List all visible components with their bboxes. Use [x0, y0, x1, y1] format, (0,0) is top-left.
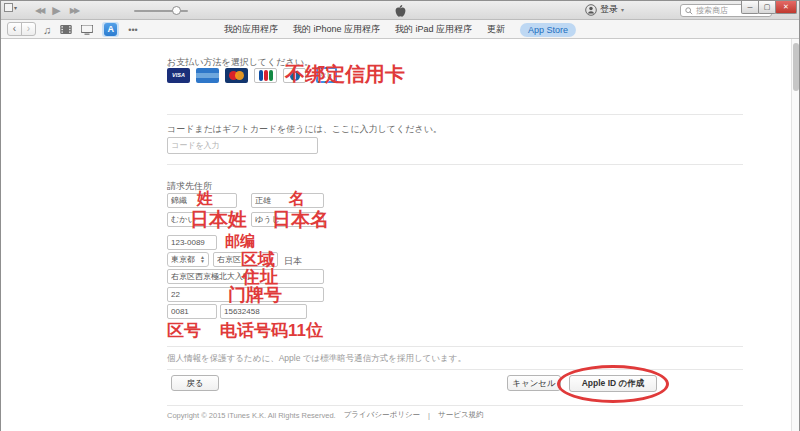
mastercard-icon[interactable] — [225, 68, 248, 83]
music-icon[interactable]: ♫ — [43, 24, 51, 36]
annotation-phone: 电话号码11位 — [220, 319, 323, 342]
volume-slider[interactable] — [134, 1, 188, 20]
divider — [167, 405, 743, 406]
search-placeholder: 搜索商店 — [696, 5, 728, 16]
divider — [167, 114, 743, 115]
last-name-input[interactable] — [167, 193, 237, 208]
payment-none-option[interactable]: なし — [316, 67, 337, 83]
footer: Copyright © 2015 iTunes K.K. All Rights … — [167, 410, 484, 420]
divider — [167, 369, 743, 370]
prefecture-select[interactable]: 東京都 — [167, 252, 209, 267]
phone-number-input[interactable] — [220, 304, 307, 319]
annotation-area-code: 区号 — [167, 319, 201, 342]
next-button[interactable]: ▶▶ — [70, 6, 78, 15]
scrollbar[interactable] — [791, 39, 799, 431]
tab-my-ipad-apps[interactable]: 我的 iPad 应用程序 — [395, 23, 472, 36]
cancel-button[interactable]: キャンセル — [507, 375, 561, 391]
amex-card-icon[interactable] — [196, 68, 219, 83]
tab-my-iphone-apps[interactable]: 我的 iPhone 应用程序 — [293, 23, 380, 36]
terms-link[interactable]: サービス規約 — [438, 410, 484, 420]
window-controls: ─ ▢ ✕ — [742, 1, 797, 14]
billing-address-title: 請求先住所 — [167, 180, 212, 193]
payment-options: VISA なし — [167, 67, 337, 83]
apps-icon: A — [104, 23, 117, 36]
divider — [167, 346, 743, 347]
volume-knob[interactable] — [172, 6, 181, 15]
titlebar: ▾ ◀◀ ▶ ▶▶ 登录 ▾ 搜索商店 ─ ▢ ✕ — [1, 1, 799, 20]
login-button[interactable]: 登录 ▾ — [585, 3, 624, 16]
jcb-card-icon[interactable] — [254, 68, 277, 83]
store-tabs: 我的应用程序 我的 iPhone 应用程序 我的 iPad 应用程序 更新 Ap… — [224, 20, 576, 39]
chevron-down-icon: ▾ — [621, 6, 624, 13]
more-icon[interactable]: ••• — [128, 25, 137, 35]
copyright-text: Copyright © 2015 iTunes K.K. All Rights … — [167, 411, 336, 420]
apps-section-active[interactable]: A — [102, 22, 119, 37]
house-number-input[interactable] — [167, 287, 324, 302]
back-button[interactable]: 戻る — [171, 375, 219, 391]
previous-button[interactable]: ◀◀ — [35, 6, 43, 15]
last-name-kana-input[interactable] — [167, 212, 237, 227]
tab-updates[interactable]: 更新 — [487, 23, 505, 36]
maximize-button[interactable]: ▢ — [758, 1, 776, 14]
forward-nav-button[interactable]: › — [21, 22, 36, 36]
app-menu-button[interactable]: ▾ — [4, 3, 17, 12]
user-icon — [585, 4, 597, 16]
itunes-window: ▾ ◀◀ ▶ ▶▶ 登录 ▾ 搜索商店 ─ ▢ ✕ — [0, 0, 800, 431]
first-name-input[interactable] — [251, 193, 324, 208]
tab-my-apps[interactable]: 我的应用程序 — [224, 23, 278, 36]
media-kind-switcher: ♫ A ••• — [43, 21, 138, 38]
chevron-down-icon: ▾ — [14, 4, 17, 11]
privacy-note: 個人情報を保護するために、Apple では標準暗号通信方式を採用しています。 — [167, 353, 466, 365]
gift-code-input[interactable] — [167, 137, 318, 154]
postal-code-input[interactable] — [167, 235, 217, 250]
street-input[interactable] — [167, 269, 324, 284]
visa-card-icon[interactable]: VISA — [167, 68, 190, 83]
giftcard-prompt: コードまたはギフトカードを使うには、ここに入力してください。 — [167, 123, 442, 136]
playback-controls: ◀◀ ▶ ▶▶ — [35, 1, 78, 20]
search-icon — [685, 7, 693, 15]
tv-shows-icon[interactable] — [81, 25, 93, 35]
phone-area-input[interactable] — [167, 304, 217, 319]
diners-card-icon[interactable] — [283, 68, 306, 83]
minimize-button[interactable]: ─ — [741, 1, 759, 14]
create-apple-id-button[interactable]: Apple ID の作成 — [569, 375, 657, 392]
footer-separator: | — [428, 411, 430, 420]
first-name-kana-input[interactable] — [251, 212, 324, 227]
back-nav-button[interactable]: ‹ — [7, 22, 22, 36]
divider — [167, 164, 743, 165]
toolbar: ‹ › ♫ A ••• 我的应用程序 我的 iPhone 应用程序 我的 iPa… — [1, 20, 799, 39]
app-menu-icon — [4, 3, 13, 12]
close-button[interactable]: ✕ — [775, 1, 797, 14]
play-button[interactable]: ▶ — [52, 4, 60, 17]
privacy-policy-link[interactable]: プライバシーポリシー — [344, 410, 420, 420]
scrollbar-thumb[interactable] — [793, 43, 799, 91]
district-input[interactable] — [213, 252, 278, 267]
country-label: 日本 — [284, 255, 302, 268]
create-apple-id-form: お支払い方法を選択してください。 VISA なし 不绑定信用卡 コードまたはギフ… — [1, 39, 799, 431]
annotation-postal: 邮编 — [225, 232, 255, 251]
movies-icon[interactable] — [60, 25, 72, 34]
login-label: 登录 — [600, 3, 618, 16]
tab-app-store[interactable]: App Store — [520, 23, 576, 37]
